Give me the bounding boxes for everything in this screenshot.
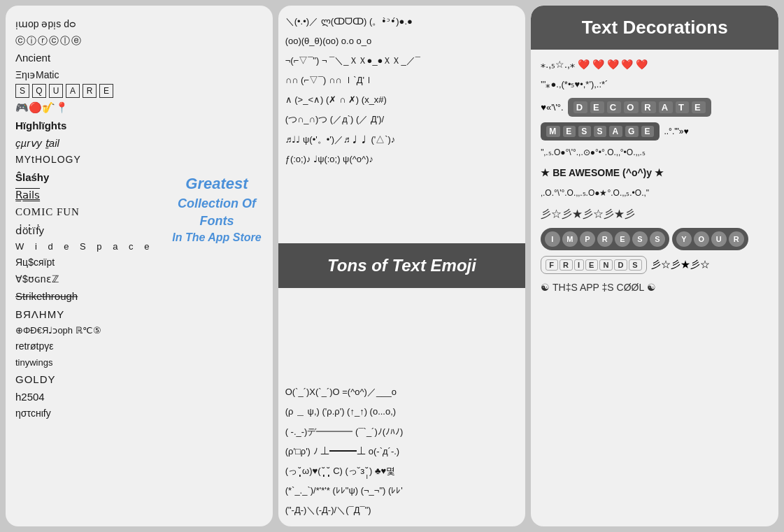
stars-row: "'⁎●.,(*•₅♥•,*'),.:*´ [541, 78, 769, 92]
font-math: Ξηι϶Matic [15, 68, 263, 83]
cool-row: ☯ TH‡S APP ‡S CØØL ☯ [541, 280, 769, 295]
emoji-row-12: (っ˘̩̩̩̩̩̩ω)♥(˘̩̩̩̩̩̩˘̩̩̩̩̩̩ C) (っ˘з˘̩̩̩̩… [285, 463, 519, 479]
sq-r: R [83, 84, 97, 98]
friends-badge: F R I E N D S [541, 256, 646, 274]
emoji-row-9: (ρ ＿ ψ,) ('ρ.ρ') (↑_↑) (o...o,) [285, 404, 519, 419]
e2-letter: E [692, 101, 706, 113]
font-goldy: GOLDY [15, 371, 263, 387]
be-awesome-row: ★ BE AWESOME (^o^)y ★ [541, 165, 769, 180]
d-letter: D [573, 101, 587, 113]
font-mythology: MYtHOLOGY [15, 152, 263, 168]
o-dots-row: "‚.₅.O●°\'°.,.⊙●°•°.O.,‚°•O.,‚.₅ [541, 146, 769, 159]
e-letter: E [590, 101, 604, 113]
emoji-row-7: ƒ(:o;)♪ ♩ψ(:o;) ψ(^o^)♪ [285, 152, 519, 167]
right-header: Text Decorations [531, 6, 778, 50]
right-header-title: Text Decorations [545, 17, 764, 38]
emoji-row-10: ( -._-)デ━━━━ (¯`_´)ﾉ(ﾉﾊﾉ) [285, 424, 519, 440]
emoji-row-13: (*`_._`)/*'*'* (ﾚﾚ"ψ) (¬_¬") (ﾚﾚ' [285, 483, 519, 498]
font-brahmy: BЯΛHMY [15, 306, 263, 322]
r-letter: R [641, 101, 655, 113]
zap-row: 彡☆彡★彡☆彡★彡 [541, 206, 769, 222]
sq-q: Q [32, 84, 46, 98]
middle-panel: ＼(•.•)／ ლ(ↀᗜↀ) (。•̀ᵓ•́)●.● (oo)(θ_θ)(oo)… [278, 6, 526, 526]
sq-s: S [15, 84, 29, 98]
hearts-row: ⁎.,₅☆.,⁎ ❤️ ❤️ ❤️ ❤️ ❤️ [541, 57, 769, 72]
friends-row: F R I E N D S 彡☆彡★彡☆ [541, 256, 769, 274]
greatest-line4: In The App Store [172, 230, 261, 245]
sq-e: E [99, 84, 113, 98]
friends-zap: 彡☆彡★彡☆ [651, 259, 710, 271]
tons-banner-text: Tons of Text Emoji [327, 256, 476, 275]
font-highlights: Hïghlïghts [15, 117, 263, 134]
right-panel: Text Decorations ⁎.,₅☆.,⁎ ❤️ ❤️ ❤️ ❤️ ❤️… [531, 6, 778, 526]
greatest-line2: Collection Of [172, 195, 261, 213]
a-letter: A [659, 101, 673, 113]
impress-section: I M P R E S S Y O U R [541, 228, 769, 250]
your-badge: Y O U R [672, 228, 748, 250]
font-tiny: tinywings [15, 356, 263, 370]
font-fraktur: ∀$ʊɢnɛℤ [15, 272, 263, 287]
font-upside-down: ᴉɯop ǝpᴉs dᴑ [15, 17, 263, 32]
emoji-row-3: ∩∩ (⌐▽¯) ∩∩ ｌ`Д'ｌ [285, 73, 519, 88]
t-letter: T [676, 101, 689, 113]
font-script: Яц$cяïpt [15, 255, 263, 271]
sq-a: A [66, 84, 80, 98]
emoji-row-14: ("-Д-)＼(-Д-)/＼(¯Д¯") [285, 503, 519, 518]
emoji-row-6: ♬♩♩ ψ(•'。•')／♬♩♩ ('△`)♪ [285, 132, 519, 148]
message-badge: M E S S A G E [541, 122, 660, 141]
message-section: M E S S A G E ..°.'"»♥ [541, 122, 769, 141]
decorate-badge: D E C O R A T E [568, 98, 711, 117]
decorate-prefix: ♥«'\'°. [541, 102, 563, 113]
font-curvy: çµrⅴy ṯail [15, 135, 263, 151]
emoji-row-0: ＼(•.•)／ ლ(ↀᗜↀ) (。•̀ᵓ•́)●.● [285, 14, 519, 29]
greatest-line3: Fonts [172, 213, 261, 230]
emoji-list-bottom: O(`_´)X(`_´)O =(^o^)／___o (ρ ＿ ψ,) ('ρ.ρ… [278, 376, 526, 526]
decorate-section: ♥«'\'°. D E C O R A T E [541, 98, 769, 117]
greatest-box: Greatest Collection Of Fonts In The App … [172, 173, 261, 246]
font-symbols: ⊕ΦÐ€Я♩ɔoph ℝ℃⑤ [15, 324, 263, 338]
emoji-row-8: O(`_´)X(`_´)O =(^o^)／___o [285, 384, 519, 400]
font-strikethrough: Strikethrough [15, 288, 263, 304]
emoji-row-1: (oo)(θ_θ)(oo) o.o o_o [285, 34, 519, 49]
emoji-row-5: (つ∩_∩)つ (／д`) (／ Д')/ [285, 112, 519, 127]
left-panel: ᴉɯop ǝpᴉs dᴑ ⓒⓘⓡⓒⓛⓔ Λncient Ξηι϶Matic S … [6, 6, 273, 526]
font-ancient: Λncient [15, 50, 263, 66]
font-h2504: h2504 [15, 389, 263, 405]
emoji-row-11: (ρ'□ρ') ﾉ ⊥━━━⊥ o(-`д´-.) [285, 444, 519, 459]
font-square: S Q U A R E [15, 84, 263, 98]
sq-u: U [49, 84, 63, 98]
impress-badge: I M P R E S S [541, 228, 669, 250]
font-retro: retrøtpγε [15, 339, 263, 354]
font-notchify: ηστcнιfy [15, 406, 263, 422]
tons-banner: Tons of Text Emoji [278, 243, 526, 288]
font-emoji: 🎮🔴🎷📍 [15, 99, 263, 115]
emoji-row-4: ∧ (>_<∧) (✗ ∩ ✗) (x_x#) [285, 92, 519, 108]
o-letter: O [624, 101, 639, 113]
font-circle: ⓒⓘⓡⓒⓛⓔ [15, 34, 263, 49]
greatest-line1: Greatest [172, 173, 261, 195]
star-dots-row: ‚.O.°\'°.O.,‚.₅.O●★°.O.,‚₅.•O.," [541, 187, 769, 200]
c-letter: C [607, 101, 621, 113]
emoji-row-2: ¬(⌐▽¯") ¬ ¯＼_ＸＸ●_●ＸＸ_／¯ [285, 53, 519, 69]
right-content: ⁎.,₅☆.,⁎ ❤️ ❤️ ❤️ ❤️ ❤️ "'⁎●.,(*•₅♥•,*')… [531, 50, 778, 526]
message-suffix: ..°.'"»♥ [664, 127, 688, 136]
